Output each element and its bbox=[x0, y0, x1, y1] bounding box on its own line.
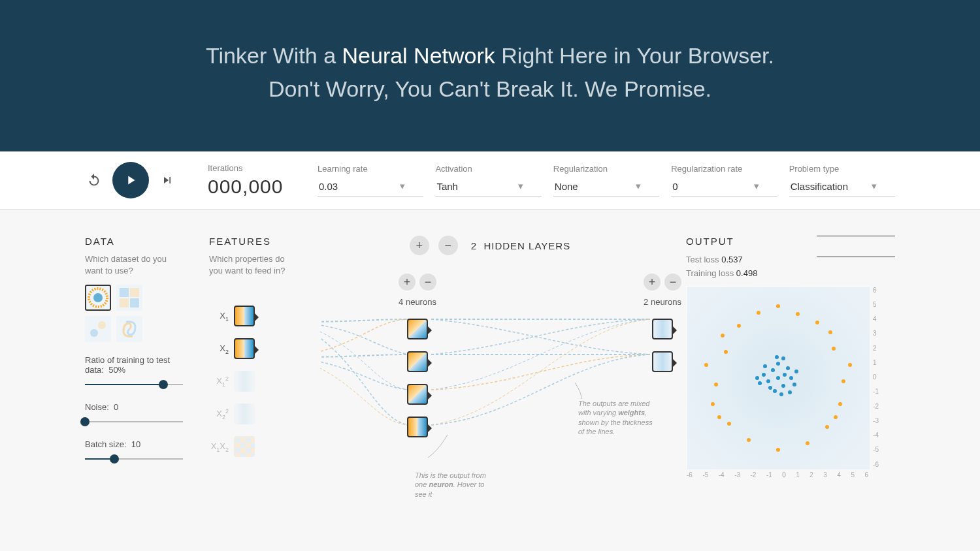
training-loss-sparkline bbox=[817, 257, 895, 258]
reg-rate-select[interactable]: 0 ▾ bbox=[671, 176, 777, 197]
svg-point-31 bbox=[724, 350, 728, 354]
svg-point-48 bbox=[828, 330, 832, 334]
y-axis-ticks: 6543210-1-2-3-4-5-6 bbox=[873, 287, 879, 468]
problem-type-label: Problem type bbox=[789, 164, 895, 174]
svg-point-32 bbox=[832, 347, 836, 351]
controls-bar: Iterations 000,000 Learning rate 0.03 ▾ … bbox=[0, 151, 980, 210]
svg-rect-2 bbox=[120, 288, 129, 297]
feature-x1x2-label: X1X2 bbox=[209, 441, 229, 453]
feature-x1sq-label: X12 bbox=[209, 375, 229, 388]
svg-point-11 bbox=[783, 373, 787, 377]
svg-point-12 bbox=[766, 379, 770, 383]
layer2-neuron[interactable] bbox=[652, 351, 673, 372]
svg-point-43 bbox=[776, 304, 780, 308]
dataset-circle[interactable] bbox=[85, 285, 111, 311]
svg-point-37 bbox=[757, 311, 760, 315]
svg-point-13 bbox=[781, 384, 785, 388]
svg-point-20 bbox=[792, 383, 796, 386]
dataset-xor-icon bbox=[118, 287, 140, 309]
dataset-xor[interactable] bbox=[116, 285, 142, 311]
hidden-layers-text: 2 HIDDEN LAYERS bbox=[471, 240, 570, 251]
layer1-neuron[interactable] bbox=[407, 417, 428, 437]
svg-point-29 bbox=[737, 324, 741, 328]
scatter-plot-icon bbox=[687, 287, 870, 469]
activation-select[interactable]: Tanh ▾ bbox=[435, 176, 541, 197]
feature-x1sq-node[interactable] bbox=[234, 371, 255, 392]
feature-x1-node[interactable] bbox=[234, 306, 255, 326]
output-plot[interactable]: 6543210-1-2-3-4-5-6 -6-5-4-3-2-10123456 bbox=[686, 286, 869, 469]
svg-point-46 bbox=[776, 448, 780, 452]
iterations-label: Iterations bbox=[208, 163, 306, 173]
caret-icon: ▾ bbox=[872, 180, 877, 192]
layer1-neuron[interactable] bbox=[407, 319, 428, 339]
svg-point-33 bbox=[714, 383, 718, 386]
layer2-remove-neuron[interactable]: − bbox=[664, 274, 681, 291]
layer1-neuron[interactable] bbox=[407, 351, 428, 372]
add-layer-button[interactable]: + bbox=[410, 236, 429, 255]
svg-point-14 bbox=[789, 376, 793, 380]
svg-rect-3 bbox=[130, 298, 139, 307]
layer1-neuron-count: 4 neurons bbox=[399, 297, 436, 307]
dataset-spiral-icon bbox=[118, 318, 140, 340]
feature-x2-node[interactable] bbox=[234, 338, 255, 359]
caret-icon: ▾ bbox=[754, 180, 759, 192]
hero: Tinker With a Neural Network Right Here … bbox=[0, 0, 980, 151]
svg-point-9 bbox=[776, 376, 780, 380]
problem-type-select[interactable]: Classification ▾ bbox=[789, 176, 895, 197]
play-icon bbox=[123, 173, 138, 187]
svg-point-50 bbox=[834, 415, 838, 419]
noise-slider[interactable] bbox=[85, 416, 183, 428]
dataset-circle-icon bbox=[87, 287, 109, 309]
svg-point-19 bbox=[768, 386, 772, 390]
hero-title: Tinker With a Neural Network Right Here … bbox=[26, 39, 954, 106]
remove-layer-button[interactable]: − bbox=[438, 236, 458, 255]
playback-controls bbox=[85, 162, 176, 198]
batch-label: Batch size: 10 bbox=[85, 439, 183, 449]
svg-point-24 bbox=[794, 370, 798, 373]
svg-point-22 bbox=[758, 381, 762, 385]
svg-point-25 bbox=[763, 364, 767, 368]
layer2-neuron-count: 2 neurons bbox=[644, 297, 681, 307]
callout-neuron: This is the output from one neuron. Hove… bbox=[415, 471, 493, 499]
svg-point-47 bbox=[721, 334, 725, 338]
dataset-spiral[interactable] bbox=[116, 316, 142, 342]
svg-point-44 bbox=[704, 363, 708, 367]
play-button[interactable] bbox=[112, 162, 149, 198]
layer2-neuron[interactable] bbox=[652, 319, 673, 339]
features-subtext: Which properties do you want to feed in? bbox=[209, 253, 294, 277]
layer1-neuron[interactable] bbox=[407, 384, 428, 405]
svg-point-23 bbox=[775, 355, 779, 359]
svg-point-38 bbox=[796, 312, 800, 316]
layer2-add-neuron[interactable]: + bbox=[644, 274, 661, 291]
output-column: OUTPUT Test loss 0.537 Training loss 0.4… bbox=[686, 236, 895, 477]
learning-rate-select[interactable]: 0.03 ▾ bbox=[318, 176, 423, 197]
batch-slider[interactable] bbox=[85, 453, 183, 465]
feature-x1x2-node[interactable] bbox=[234, 436, 255, 457]
feature-x2sq-node[interactable] bbox=[234, 403, 255, 424]
svg-point-41 bbox=[747, 438, 751, 442]
layer1-add-neuron[interactable]: + bbox=[399, 274, 416, 291]
features-heading: FEATURES bbox=[209, 236, 294, 247]
svg-point-27 bbox=[755, 376, 759, 380]
regularization-select[interactable]: None ▾ bbox=[553, 176, 659, 197]
data-heading: DATA bbox=[85, 236, 183, 247]
learning-rate-label: Learning rate bbox=[318, 164, 423, 174]
iterations-value: 000,000 bbox=[208, 176, 306, 198]
reset-icon bbox=[87, 173, 101, 187]
svg-point-28 bbox=[781, 356, 785, 360]
ratio-slider[interactable] bbox=[85, 379, 183, 390]
layer1-remove-neuron[interactable]: − bbox=[419, 274, 436, 291]
dataset-gauss[interactable] bbox=[85, 316, 111, 342]
svg-point-7 bbox=[98, 321, 106, 329]
reset-button[interactable] bbox=[85, 171, 103, 189]
svg-point-42 bbox=[806, 441, 809, 445]
test-loss-sparkline bbox=[817, 236, 895, 237]
step-button[interactable] bbox=[158, 171, 176, 189]
feature-x1-label: X1 bbox=[209, 311, 229, 323]
data-subtext: Which dataset do you want to use? bbox=[85, 253, 183, 277]
svg-point-16 bbox=[762, 373, 766, 377]
step-icon bbox=[161, 174, 174, 187]
svg-point-30 bbox=[815, 321, 819, 324]
svg-point-35 bbox=[727, 422, 731, 426]
svg-point-49 bbox=[717, 415, 721, 419]
